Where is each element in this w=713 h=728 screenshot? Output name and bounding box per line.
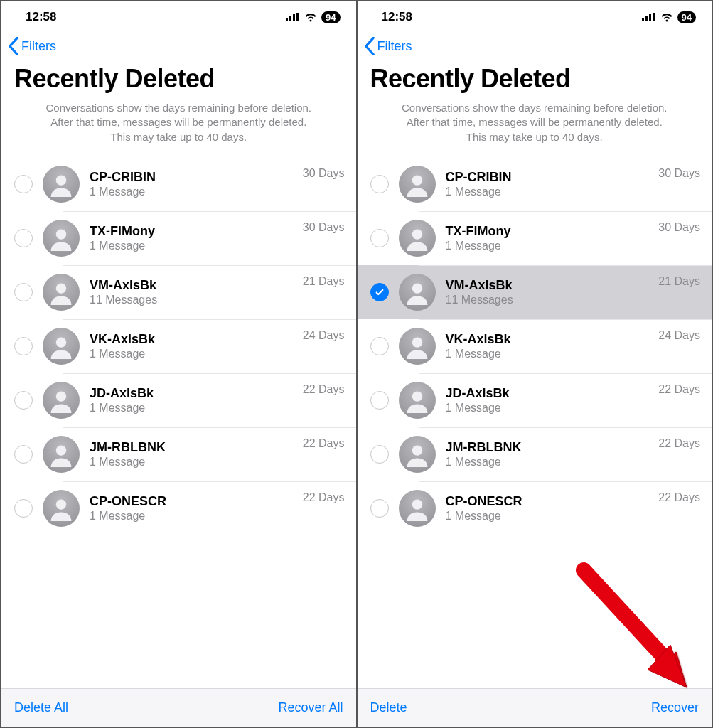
recover-button[interactable]: Recover <box>651 700 699 715</box>
nav-bar: Filters <box>1 33 356 58</box>
item-sub: 1 Message <box>90 402 297 414</box>
battery-icon: 94 <box>677 11 696 23</box>
select-checkbox[interactable] <box>14 445 33 464</box>
bottom-toolbar: Delete Recover <box>358 688 712 727</box>
list-item[interactable]: TX-FiMony1 Message30 Days <box>358 211 712 265</box>
select-checkbox[interactable] <box>370 283 389 301</box>
item-days: 22 Days <box>303 382 345 396</box>
svg-point-21 <box>412 499 422 509</box>
status-bar: 12:58 94 <box>1 1 356 33</box>
select-checkbox[interactable] <box>14 337 33 355</box>
item-days: 22 Days <box>658 382 700 396</box>
item-info: JD-AxisBk1 Message <box>90 386 297 414</box>
recover-all-button[interactable]: Recover All <box>278 700 343 715</box>
select-checkbox[interactable] <box>370 391 389 410</box>
avatar-icon <box>43 328 80 365</box>
status-right: 94 <box>642 11 696 23</box>
item-days: 22 Days <box>658 436 700 450</box>
delete-all-button[interactable]: Delete All <box>14 700 68 715</box>
svg-rect-1 <box>289 16 291 21</box>
battery-icon: 94 <box>321 11 340 23</box>
back-button[interactable]: Filters <box>7 37 56 55</box>
list-item[interactable]: CP-ONESCR1 Message22 Days <box>358 481 712 535</box>
item-sub: 1 Message <box>446 348 653 360</box>
item-name: CP-CRIBIN <box>446 170 653 185</box>
wifi-icon <box>660 13 673 22</box>
select-checkbox[interactable] <box>370 499 389 518</box>
select-checkbox[interactable] <box>14 175 33 193</box>
item-sub: 1 Message <box>446 240 653 252</box>
item-name: CP-ONESCR <box>90 494 297 509</box>
conversation-list[interactable]: CP-CRIBIN1 Message30 DaysTX-FiMony1 Mess… <box>1 157 356 688</box>
delete-button[interactable]: Delete <box>370 700 407 715</box>
list-item[interactable]: VM-AxisBk11 Messages21 Days <box>1 265 356 319</box>
list-item[interactable]: JM-RBLBNK1 Message22 Days <box>358 427 712 481</box>
item-days: 30 Days <box>658 166 700 180</box>
item-name: VK-AxisBk <box>90 332 297 347</box>
select-checkbox[interactable] <box>370 175 389 193</box>
list-item[interactable]: CP-ONESCR1 Message22 Days <box>1 481 356 535</box>
item-sub: 1 Message <box>446 402 653 414</box>
item-info: TX-FiMony1 Message <box>446 224 653 252</box>
item-days: 22 Days <box>303 490 345 504</box>
item-days: 30 Days <box>303 166 345 180</box>
item-info: CP-ONESCR1 Message <box>90 494 297 523</box>
item-days: 21 Days <box>658 274 700 288</box>
status-time: 12:58 <box>382 10 412 24</box>
conversation-list[interactable]: CP-CRIBIN1 Message30 DaysTX-FiMony1 Mess… <box>358 157 712 688</box>
item-info: JM-RBLBNK1 Message <box>446 440 653 469</box>
list-item[interactable]: VK-AxisBk1 Message24 Days <box>1 319 356 373</box>
avatar-icon <box>43 166 80 203</box>
back-label: Filters <box>21 39 56 54</box>
item-name: TX-FiMony <box>446 224 653 239</box>
select-checkbox[interactable] <box>370 229 389 247</box>
item-info: CP-CRIBIN1 Message <box>90 170 297 198</box>
status-time: 12:58 <box>26 10 56 24</box>
list-item[interactable]: JM-RBLBNK1 Message22 Days <box>1 427 356 481</box>
item-name: TX-FiMony <box>90 224 297 239</box>
item-sub: 1 Message <box>90 348 297 360</box>
avatar-icon <box>399 220 436 257</box>
item-info: JD-AxisBk1 Message <box>446 386 653 414</box>
item-days: 24 Days <box>658 328 700 342</box>
list-item[interactable]: JD-AxisBk1 Message22 Days <box>358 373 712 427</box>
select-checkbox[interactable] <box>14 391 33 410</box>
select-checkbox[interactable] <box>370 445 389 464</box>
explain-text: Conversations show the days remaining be… <box>358 101 712 157</box>
item-sub: 1 Message <box>446 510 653 523</box>
item-info: VK-AxisBk1 Message <box>446 332 653 360</box>
list-item[interactable]: VK-AxisBk1 Message24 Days <box>358 319 712 373</box>
status-bar: 12:58 94 <box>358 1 712 33</box>
avatar-icon <box>43 382 80 419</box>
back-button[interactable]: Filters <box>363 37 412 55</box>
avatar-icon <box>399 328 436 365</box>
select-checkbox[interactable] <box>370 337 389 355</box>
item-days: 30 Days <box>303 220 345 234</box>
select-checkbox[interactable] <box>14 283 33 301</box>
item-name: JM-RBLBNK <box>90 440 297 455</box>
wifi-icon <box>304 13 317 22</box>
list-item[interactable]: JD-AxisBk1 Message22 Days <box>1 373 356 427</box>
phone-right: 12:58 94 Filters Recently Deleted Conver… <box>358 1 712 727</box>
page-title: Recently Deleted <box>358 58 712 101</box>
svg-point-10 <box>56 499 66 509</box>
select-checkbox[interactable] <box>14 229 33 247</box>
item-name: JM-RBLBNK <box>446 440 653 455</box>
list-item[interactable]: CP-CRIBIN1 Message30 Days <box>1 157 356 211</box>
signal-icon <box>286 13 300 21</box>
list-item[interactable]: TX-FiMony1 Message30 Days <box>1 211 356 265</box>
list-item[interactable]: VM-AxisBk11 Messages21 Days <box>358 265 712 319</box>
item-sub: 1 Message <box>446 456 653 469</box>
item-name: VK-AxisBk <box>446 332 653 347</box>
avatar-icon <box>399 382 436 419</box>
list-item[interactable]: CP-CRIBIN1 Message30 Days <box>358 157 712 211</box>
svg-point-5 <box>56 229 66 239</box>
select-checkbox[interactable] <box>14 499 33 518</box>
item-info: TX-FiMony1 Message <box>90 224 297 252</box>
item-sub: 11 Messages <box>446 294 653 306</box>
svg-rect-3 <box>296 13 299 21</box>
item-info: CP-ONESCR1 Message <box>446 494 653 523</box>
svg-point-20 <box>412 445 422 455</box>
avatar-icon <box>399 436 436 473</box>
item-info: JM-RBLBNK1 Message <box>90 440 297 469</box>
